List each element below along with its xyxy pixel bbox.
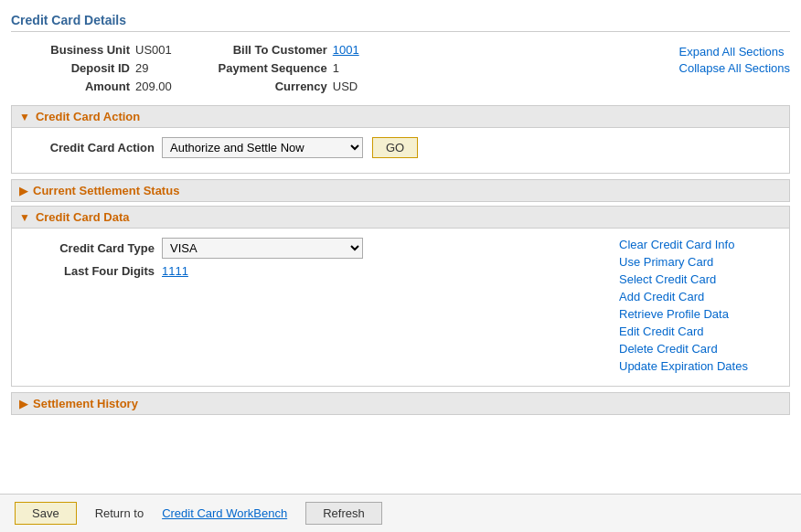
business-unit-value: US001 [135, 43, 172, 57]
current-settlement-toggle: ▶ [19, 185, 27, 197]
edit-credit-card-link[interactable]: Edit Credit Card [619, 325, 774, 338]
credit-card-action-select[interactable]: Authorize and Settle Now Authorize Only … [162, 137, 363, 158]
settlement-history-title: Settlement History [33, 397, 138, 410]
credit-card-action-label: Credit Card Action [27, 141, 155, 154]
update-expiration-dates-link[interactable]: Update Expiration Dates [619, 359, 774, 373]
last-four-label: Last Four Digits [27, 264, 155, 278]
payment-sequence-value: 1 [333, 61, 339, 75]
left-info-col: Business Unit US001 Deposit ID 29 Amount… [11, 43, 172, 98]
last-four-row: Last Four Digits 1111 [27, 264, 592, 278]
amount-value: 209.00 [135, 80, 172, 93]
bill-to-customer-value[interactable]: 1001 [333, 43, 359, 57]
return-link-text: Credit Card WorkBench [162, 506, 287, 520]
credit-card-data-section: ▼ Credit Card Data Credit Card Type VISA… [11, 206, 790, 387]
save-button[interactable]: Save [15, 502, 77, 525]
credit-card-data-fields: Credit Card Type VISA Mastercard America… [27, 238, 592, 377]
credit-card-data-body: Credit Card Type VISA Mastercard America… [11, 229, 790, 387]
current-settlement-section: ▶ Current Settlement Status [11, 179, 790, 202]
credit-card-action-title: Credit Card Action [36, 110, 140, 123]
credit-card-data-title: Credit Card Data [36, 210, 130, 224]
credit-card-action-toggle: ▼ [19, 111, 30, 123]
credit-card-data-cols: Credit Card Type VISA Mastercard America… [27, 238, 774, 377]
amount-label: Amount [11, 80, 130, 93]
return-prefix: Return to [95, 506, 144, 520]
refresh-button[interactable]: Refresh [305, 502, 382, 525]
right-info-col: Bill To Customer 1001 Payment Sequence 1… [208, 43, 359, 98]
clear-credit-card-info-link[interactable]: Clear Credit Card Info [619, 238, 774, 251]
current-settlement-header[interactable]: ▶ Current Settlement Status [11, 179, 790, 202]
use-primary-card-link[interactable]: Use Primary Card [619, 255, 774, 269]
card-type-row: Credit Card Type VISA Mastercard America… [27, 238, 592, 259]
credit-card-data-links: Clear Credit Card Info Use Primary Card … [592, 238, 774, 377]
return-to-workbench-link[interactable]: Credit Card WorkBench [162, 506, 287, 520]
footer-bar: Save Return to Credit Card WorkBench Ref… [0, 494, 801, 532]
retrieve-profile-data-link[interactable]: Retrieve Profile Data [619, 307, 774, 321]
card-type-select[interactable]: VISA Mastercard American Express [162, 238, 363, 259]
credit-card-action-section: ▼ Credit Card Action Credit Card Action … [11, 105, 790, 174]
expand-collapse-links: Expand All Sections Collapse All Section… [679, 43, 790, 78]
credit-card-data-toggle: ▼ [19, 211, 30, 224]
settlement-history-toggle: ▶ [19, 398, 27, 410]
collapse-all-sections-link[interactable]: Collapse All Sections [679, 61, 790, 75]
credit-card-action-row: Credit Card Action Authorize and Settle … [27, 137, 774, 158]
top-info-fields: Business Unit US001 Deposit ID 29 Amount… [11, 43, 359, 98]
deposit-id-value: 29 [135, 61, 148, 75]
payment-sequence-label: Payment Sequence [208, 61, 327, 75]
add-credit-card-link[interactable]: Add Credit Card [619, 290, 774, 303]
settlement-history-header[interactable]: ▶ Settlement History [11, 392, 790, 415]
top-info-section: Business Unit US001 Deposit ID 29 Amount… [11, 43, 790, 98]
deposit-id-label: Deposit ID [11, 61, 130, 75]
settlement-history-section: ▶ Settlement History [11, 392, 790, 415]
current-settlement-title: Current Settlement Status [33, 184, 179, 197]
go-button[interactable]: GO [372, 137, 418, 158]
bill-to-customer-label: Bill To Customer [208, 43, 327, 57]
card-type-label: Credit Card Type [27, 241, 155, 255]
last-four-value: 1111 [162, 264, 188, 278]
delete-credit-card-link[interactable]: Delete Credit Card [619, 342, 774, 356]
expand-all-sections-link[interactable]: Expand All Sections [679, 45, 785, 59]
currency-value: USD [333, 80, 358, 93]
select-credit-card-link[interactable]: Select Credit Card [619, 272, 774, 286]
credit-card-action-header[interactable]: ▼ Credit Card Action [11, 105, 790, 128]
business-unit-label: Business Unit [11, 43, 130, 57]
credit-card-data-header[interactable]: ▼ Credit Card Data [11, 206, 790, 229]
credit-card-action-body: Credit Card Action Authorize and Settle … [11, 128, 790, 174]
page-title: Credit Card Details [11, 7, 790, 32]
currency-label: Currency [208, 80, 327, 93]
